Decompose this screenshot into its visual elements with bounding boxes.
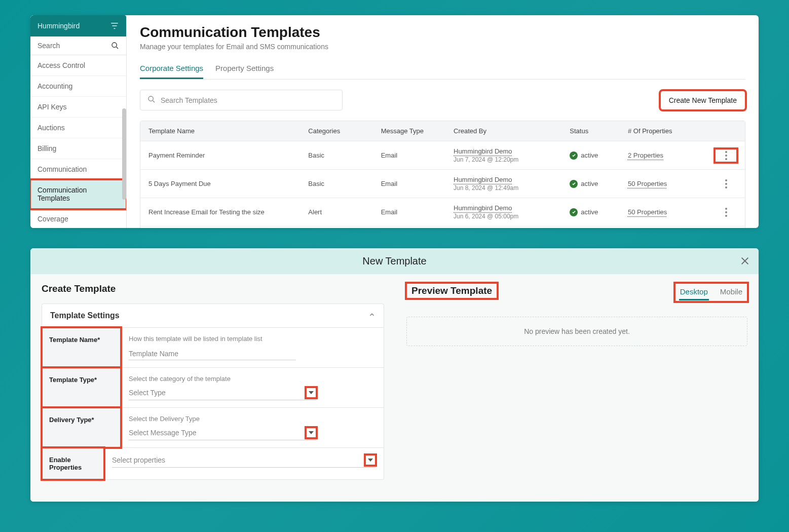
check-icon — [570, 151, 578, 160]
sidebar-item-accounting[interactable]: Accounting — [30, 76, 126, 97]
caret-down-icon[interactable] — [365, 455, 375, 465]
check-icon — [570, 180, 578, 188]
tab-property-settings[interactable]: Property Settings — [215, 59, 274, 79]
cell-status: active — [570, 208, 628, 216]
select-enable-properties[interactable]: Select properties — [112, 455, 375, 468]
cell-message-type: Email — [381, 180, 454, 187]
hint-template-type: Select the category of the template — [129, 375, 375, 383]
templates-table: Template Name Categories Message Type Cr… — [140, 121, 745, 228]
select-delivery-type[interactable]: Select Message Type — [129, 428, 316, 440]
sidebar-item-access-control[interactable]: Access Control — [30, 55, 126, 76]
preview-empty-state: No preview has been created yet. — [406, 317, 747, 346]
setting-template-type: Template Type* Select the category of th… — [42, 367, 384, 407]
cell-properties[interactable]: 50 Properties — [628, 208, 715, 216]
label-template-name: Template Name* — [42, 328, 121, 367]
setting-enable-properties: Enable Properties Select properties — [42, 447, 384, 479]
sidebar-item-communication-templates[interactable]: Communication Templates — [30, 180, 126, 209]
template-settings-card: Template Settings Template Name* How thi… — [42, 303, 384, 480]
col-template-name: Template Name — [148, 127, 308, 135]
select-template-type[interactable]: Select Type — [129, 388, 316, 400]
sidebar-search[interactable]: Search — [30, 36, 126, 55]
cell-category: Basic — [308, 151, 381, 159]
setting-template-name: Template Name* How this template will be… — [42, 327, 384, 367]
table-row[interactable]: Payment Reminder Basic Email Hummingbird… — [140, 141, 745, 169]
setting-delivery-type: Delivery Type* Select the Delivery Type … — [42, 407, 384, 447]
close-icon[interactable] — [739, 255, 750, 268]
caret-down-icon[interactable] — [306, 428, 316, 438]
col-message-type: Message Type — [381, 127, 454, 135]
sidebar: Hummingbird Search Access Control Accoun… — [30, 15, 127, 228]
input-template-name[interactable] — [129, 348, 296, 360]
tab-corporate-settings[interactable]: Corporate Settings — [140, 59, 203, 79]
new-template-modal: New Template Create Template Template Se… — [30, 248, 759, 502]
main-content: Communication Templates Manage your temp… — [127, 15, 759, 228]
row-actions-menu[interactable] — [715, 206, 737, 219]
label-template-type: Template Type* — [42, 368, 121, 407]
table-header-row: Template Name Categories Message Type Cr… — [140, 121, 745, 141]
check-icon — [570, 208, 578, 216]
svg-point-1 — [148, 96, 153, 101]
modal-title: New Template — [362, 255, 426, 267]
label-delivery-type: Delivery Type* — [42, 408, 121, 447]
col-status: Status — [570, 127, 628, 135]
search-icon — [111, 42, 119, 50]
sidebar-scrollbar[interactable] — [122, 108, 126, 200]
col-categories: Categories — [308, 127, 381, 135]
cell-created-by: Hummingbird Demo Jun 7, 2024 @ 12:20pm — [454, 147, 570, 163]
cell-category: Basic — [308, 180, 381, 187]
col-created-by: Created By — [454, 127, 570, 135]
cell-created-by: Hummingbird Demo Jun 6, 2024 @ 05:00pm — [454, 204, 570, 220]
cell-properties[interactable]: 50 Properties — [628, 180, 715, 187]
cell-created-by: Hummingbird Demo Jun 8, 2024 @ 12:49am — [454, 176, 570, 192]
filter-icon[interactable] — [110, 21, 119, 30]
table-row[interactable]: Sms template Delinquency SMS Hummingbird… — [140, 226, 745, 228]
sidebar-items: Access Control Accounting API Keys Aucti… — [30, 55, 126, 228]
search-templates-input[interactable] — [161, 96, 335, 104]
svg-point-0 — [112, 43, 117, 47]
create-template-heading: Create Template — [42, 283, 384, 294]
row-actions-menu[interactable] — [715, 149, 737, 162]
label-enable-properties: Enable Properties — [42, 448, 104, 479]
preview-tab-desktop[interactable]: Desktop — [679, 284, 709, 300]
cell-status: active — [570, 151, 628, 160]
hint-delivery-type: Select the Delivery Type — [129, 415, 375, 423]
cell-category: Alert — [308, 208, 381, 216]
table-row[interactable]: 5 Days Payment Due Basic Email Hummingbi… — [140, 169, 745, 198]
cell-message-type: Email — [381, 151, 454, 159]
sidebar-item-coverage[interactable]: Coverage — [30, 209, 126, 228]
col-num-properties: # Of Properties — [628, 127, 715, 135]
preview-template-heading: Preview Template — [406, 283, 497, 298]
search-icon — [147, 95, 156, 105]
row-actions-menu[interactable] — [715, 177, 737, 191]
cell-status: active — [570, 180, 628, 188]
sidebar-search-placeholder: Search — [37, 42, 60, 50]
cell-name: Rent Increase Email for Testing the size — [148, 208, 308, 216]
search-templates[interactable] — [140, 90, 343, 110]
sidebar-item-auctions[interactable]: Auctions — [30, 118, 126, 138]
caret-down-icon[interactable] — [306, 388, 316, 398]
preview-tab-mobile[interactable]: Mobile — [719, 284, 743, 300]
table-row[interactable]: Rent Increase Email for Testing the size… — [140, 198, 745, 226]
cell-name: 5 Days Payment Due — [148, 180, 308, 187]
preview-template-column: Preview Template Desktop Mobile No previ… — [395, 274, 759, 502]
sidebar-item-communication[interactable]: Communication — [30, 159, 126, 180]
settings-tabs: Corporate Settings Property Settings — [140, 59, 745, 80]
page-subtitle: Manage your templates for Email and SMS … — [140, 43, 745, 51]
modal-header: New Template — [30, 248, 759, 274]
preview-tabs: Desktop Mobile — [675, 283, 747, 301]
cell-name: Payment Reminder — [148, 151, 308, 159]
sidebar-item-billing[interactable]: Billing — [30, 138, 126, 159]
sidebar-item-api-keys[interactable]: API Keys — [30, 97, 126, 118]
chevron-up-icon — [368, 311, 375, 320]
create-new-template-button[interactable]: Create New Template — [660, 91, 745, 110]
template-settings-header[interactable]: Template Settings — [42, 304, 384, 327]
cell-properties[interactable]: 2 Properties — [628, 151, 715, 159]
hint-template-name: How this template will be listed in temp… — [129, 335, 375, 343]
sidebar-brand: Hummingbird — [37, 22, 80, 30]
cell-message-type: Email — [381, 208, 454, 216]
create-template-column: Create Template Template Settings Templa… — [30, 274, 395, 502]
page-title: Communication Templates — [140, 24, 745, 41]
sidebar-brand-header[interactable]: Hummingbird — [30, 15, 126, 36]
